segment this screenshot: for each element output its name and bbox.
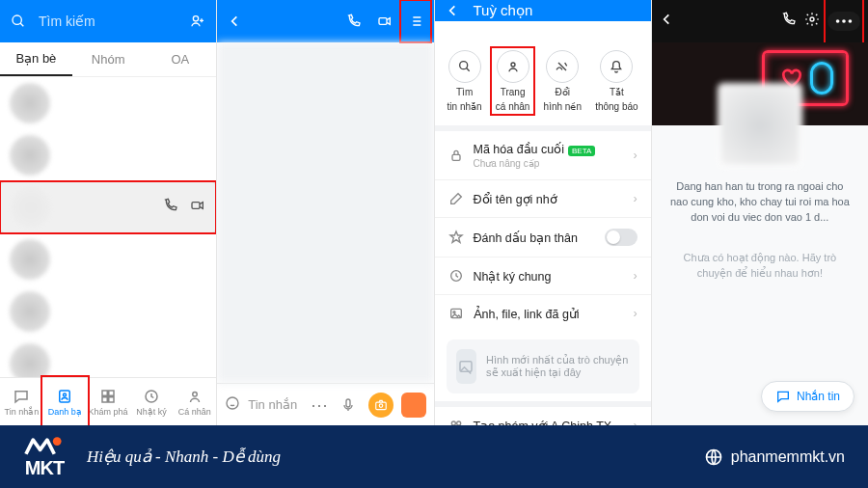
- options-title: Tuỳ chọn: [474, 2, 533, 19]
- nav-contacts[interactable]: Danh bạ: [43, 378, 87, 425]
- contact-row[interactable]: [0, 129, 216, 181]
- header: Tìm kiếm: [0, 0, 216, 42]
- bottom-nav: Tin nhắn Danh bạ Khám phá Nhật ký Cá nhâ…: [0, 377, 216, 425]
- media-preview-box: Hình mới nhất của trò chuyện sẽ xuất hiệ…: [447, 339, 639, 393]
- contact-tabs: Bạn bè Nhóm OA: [0, 42, 216, 77]
- logo-mark-icon: [23, 434, 66, 457]
- voice-icon[interactable]: [336, 393, 361, 418]
- profile-avatar[interactable]: [718, 83, 802, 168]
- option-media[interactable]: Ảnh, file, link đã gửi›: [435, 295, 651, 332]
- screen-profile: Dang han han tu trong ra ngoai cho nao c…: [652, 0, 868, 425]
- call-icon[interactable]: [163, 198, 178, 217]
- sticker-icon[interactable]: [225, 395, 240, 415]
- settings-icon[interactable]: [804, 12, 820, 31]
- message-input[interactable]: Tin nhắn: [248, 397, 302, 412]
- svg-rect-2: [192, 203, 200, 209]
- option-create-group[interactable]: Tạo nhóm với A Chinh TX›: [435, 401, 651, 425]
- search-icon[interactable]: [8, 11, 29, 32]
- svg-rect-7: [102, 396, 107, 401]
- back-icon[interactable]: [660, 12, 675, 31]
- message-button[interactable]: Nhắn tin: [761, 381, 854, 412]
- chat-header: [217, 0, 433, 42]
- tab-friends[interactable]: Bạn bè: [0, 42, 72, 76]
- option-encrypt[interactable]: Mã hóa đầu cuốiBETA Chưa nâng cấp ›: [435, 131, 651, 180]
- svg-point-10: [193, 392, 198, 396]
- svg-point-27: [842, 19, 846, 23]
- nav-diary[interactable]: Nhật ký: [130, 378, 174, 425]
- contact-list[interactable]: [0, 77, 216, 377]
- gallery-icon[interactable]: [401, 393, 426, 418]
- action-search-messages[interactable]: Tìmtin nhắn: [448, 50, 482, 112]
- profile-empty-state: Chưa có hoạt động nào. Hãy trò chuyện để…: [652, 247, 868, 285]
- svg-point-1: [194, 16, 199, 21]
- search-input[interactable]: Tìm kiếm: [39, 14, 95, 29]
- add-friend-icon[interactable]: [187, 11, 208, 32]
- action-profile-page[interactable]: Trangcá nhân: [496, 50, 530, 112]
- more-icon[interactable]: ⋯: [311, 394, 328, 416]
- contact-row[interactable]: [0, 77, 216, 129]
- back-icon[interactable]: [443, 0, 464, 21]
- svg-rect-6: [109, 391, 114, 395]
- nav-discover[interactable]: Khám phá: [87, 378, 130, 425]
- call-icon[interactable]: [343, 11, 365, 32]
- camera-icon[interactable]: [368, 393, 393, 418]
- chat-messages-area[interactable]: [217, 42, 433, 383]
- svg-point-21: [453, 312, 455, 313]
- action-change-background[interactable]: Đổihình nền: [544, 50, 582, 112]
- svg-rect-18: [452, 154, 460, 160]
- svg-rect-13: [346, 399, 350, 407]
- nav-profile[interactable]: Cá nhân: [173, 378, 216, 425]
- svg-point-0: [13, 15, 21, 24]
- screen-chat: Tin nhắn ⋯: [217, 0, 434, 425]
- svg-point-25: [810, 17, 814, 21]
- svg-rect-5: [102, 391, 107, 395]
- chat-options-icon[interactable]: [405, 11, 426, 32]
- options-action-row: Tìmtin nhắn Trangcá nhân Đổihình nền Tắt…: [435, 41, 651, 131]
- svg-point-12: [227, 397, 238, 409]
- action-mute-notifications[interactable]: Tắtthông báo: [595, 50, 638, 112]
- option-rename[interactable]: Đổi tên gợi nhớ›: [435, 180, 651, 218]
- banner-slogan: Hiệu quả - Nhanh - Dễ dùng: [87, 447, 281, 467]
- svg-rect-14: [375, 402, 386, 410]
- svg-point-4: [64, 393, 67, 396]
- more-menu-icon[interactable]: [827, 12, 860, 31]
- tab-groups[interactable]: Nhóm: [72, 42, 145, 76]
- globe-icon: [704, 447, 723, 467]
- video-call-icon[interactable]: [190, 198, 205, 217]
- contact-row[interactable]: [0, 338, 216, 377]
- contact-row-selected[interactable]: [0, 181, 216, 233]
- profile-header: [652, 0, 868, 42]
- svg-point-29: [53, 437, 62, 446]
- media-thumb-icon: [456, 349, 477, 384]
- banner-site[interactable]: phanmemmkt.vn: [704, 447, 845, 467]
- svg-point-15: [379, 403, 383, 407]
- call-icon[interactable]: [781, 12, 797, 31]
- svg-point-17: [511, 63, 515, 67]
- svg-point-26: [836, 19, 840, 23]
- back-icon[interactable]: [225, 11, 246, 32]
- contact-row[interactable]: [0, 233, 216, 285]
- screen-contacts: Tìm kiếm Bạn bè Nhóm OA: [0, 0, 217, 425]
- profile-bio: Dang han han tu trong ra ngoai cho nao c…: [652, 176, 868, 230]
- chat-input-bar: Tin nhắn ⋯: [217, 383, 433, 425]
- video-call-icon[interactable]: [374, 11, 395, 32]
- tab-oa[interactable]: OA: [145, 42, 217, 76]
- brand-logo: MKT: [23, 434, 66, 479]
- screen-options: Tuỳ chọn Tìmtin nhắn Trangcá nhân Đổihìn…: [435, 0, 652, 425]
- brand-banner: MKT Hiệu quả - Nhanh - Dễ dùng phanmemmk…: [0, 425, 868, 488]
- best-friend-toggle[interactable]: [605, 229, 637, 246]
- svg-point-28: [849, 19, 853, 23]
- option-best-friend[interactable]: Đánh dấu bạn thân: [435, 218, 651, 258]
- svg-rect-11: [379, 18, 387, 25]
- contact-row[interactable]: [0, 285, 216, 338]
- options-header: Tuỳ chọn: [435, 0, 651, 21]
- svg-rect-8: [109, 396, 114, 401]
- nav-messages[interactable]: Tin nhắn: [0, 378, 43, 425]
- option-shared-diary[interactable]: Nhật ký chung›: [435, 258, 651, 295]
